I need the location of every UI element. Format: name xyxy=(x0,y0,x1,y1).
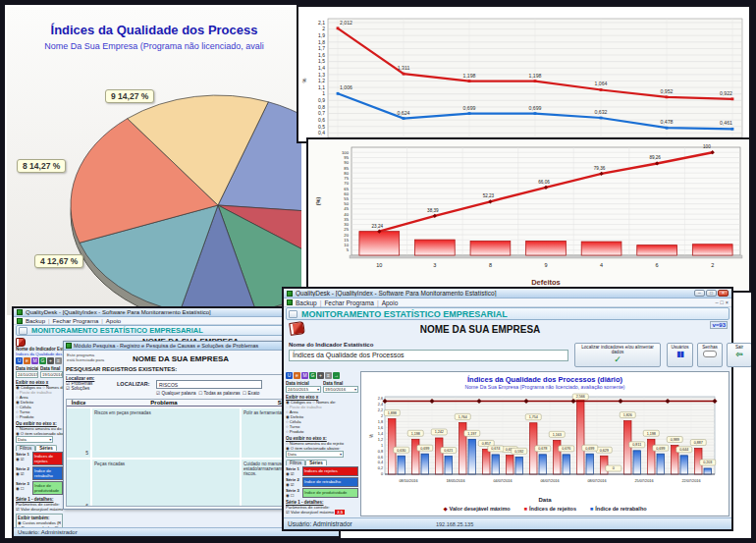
svg-text:0,678: 0,678 xyxy=(538,447,547,451)
toolbar-module-icon[interactable]: M xyxy=(301,372,308,379)
serie-row-1[interactable]: Série 1◉ ☑Índices de rejeitos xyxy=(16,452,63,465)
toolbar-module-icon[interactable]: M xyxy=(31,357,38,364)
version-badge: v=93 xyxy=(710,321,728,329)
serie-row-3[interactable]: Série 3◉ ☐Índice de produtividade xyxy=(286,488,358,498)
search-title: PESQUISAR REGISTROS EXISTENTES: xyxy=(66,366,177,374)
serie-row-3[interactable]: Série 3◉ ☐Índice de produtividade xyxy=(16,481,63,495)
toolbar-undo-icon[interactable]: U xyxy=(286,372,293,379)
toolbar-add-icon[interactable]: + xyxy=(317,372,324,379)
menu-item-0[interactable]: Backup xyxy=(296,299,317,306)
radio-item-abaixo[interactable]: ◉ O item selecionado abaixo: xyxy=(286,446,358,451)
legend-item-1: ■Índices de rejeitos xyxy=(524,506,576,512)
menu-item-2[interactable]: Apoio xyxy=(106,318,121,324)
toolbar-graph-icon[interactable]: G xyxy=(309,372,316,379)
daily-bar-chart: 0,20,40,60,811,21,41,61,822,22,42,60%1,8… xyxy=(365,392,727,496)
indicator-input[interactable]: Índices da Qualidade dos Processos xyxy=(289,350,568,361)
menu-separator: | xyxy=(48,318,50,324)
radio-item-abaixo[interactable]: ◉ O item selecionado abaixo: xyxy=(16,431,63,436)
band-button[interactable] xyxy=(289,310,297,318)
svg-text:0,621: 0,621 xyxy=(444,449,453,453)
localizar-input[interactable]: RISCOS xyxy=(156,380,262,389)
svg-text:3: 3 xyxy=(433,262,436,268)
item-dropdown[interactable]: Data▾ xyxy=(16,436,53,443)
toolbar-print-icon[interactable]: ≡ xyxy=(325,372,332,379)
serie-row-2[interactable]: Série 2◉ ☑Índice de retrabalho xyxy=(16,466,63,480)
svg-text:80: 80 xyxy=(344,171,349,176)
filtros-series-tabs[interactable]: FiltrosSéries xyxy=(286,460,358,465)
svg-text:0,203: 0,203 xyxy=(703,461,712,464)
svg-text:2: 2 xyxy=(381,414,383,418)
red-book-icon xyxy=(289,321,305,336)
data-inicial-dropdown[interactable]: 24/10/2015▾ xyxy=(286,386,321,393)
usuarios-button[interactable]: Usuários ▮▮ xyxy=(667,343,693,367)
svg-text:0,4: 0,4 xyxy=(378,461,383,464)
statusbar: Usuário: Administrador 192.168.25.135 xyxy=(284,517,731,529)
svg-text:0,629: 0,629 xyxy=(600,449,609,453)
toolbar-export-icon[interactable]: → xyxy=(333,372,340,379)
toolbar-add-icon[interactable]: + xyxy=(47,357,54,364)
valor-desejavel-checkbox[interactable]: ☑ Valor desejável máximo 2,5 xyxy=(16,507,63,512)
valor-desejavel-checkbox[interactable]: ☑ Valor desejável máximo 2,5 xyxy=(286,510,358,515)
serie-row-1[interactable]: Série 1◉ ☑Índices de rejeitos xyxy=(286,466,358,476)
toolbar-edit-icon[interactable]: e xyxy=(294,372,300,379)
data-final-dropdown[interactable]: 19/10/2016▾ xyxy=(40,371,63,378)
svg-text:0,857: 0,857 xyxy=(482,442,491,446)
data-inicial-dropdown[interactable]: 24/10/2015▾ xyxy=(16,371,38,378)
search-mode-checkboxes[interactable]: ☑ Qualquer palavra ☐ Todas as palavras ☐… xyxy=(156,391,259,396)
option-5[interactable]: ○ Produto xyxy=(16,414,63,419)
svg-text:0,8: 0,8 xyxy=(318,104,325,110)
svg-text:0,6: 0,6 xyxy=(378,456,383,460)
svg-text:79,36: 79,36 xyxy=(594,166,606,171)
minimize-button[interactable]: – xyxy=(694,290,705,297)
menu-item-0[interactable]: Backup xyxy=(26,318,45,324)
localizar-indicadores-button[interactable]: Localizar indicadores e/ou alimentar dad… xyxy=(574,343,661,367)
band-button[interactable] xyxy=(19,327,27,335)
exit-icon: ⇦ xyxy=(729,350,750,359)
senhas-button[interactable]: Senhas xyxy=(697,343,723,367)
license-note: Este programa está licenciado para xyxy=(67,353,104,362)
menu-item-1[interactable]: Fechar Programa xyxy=(53,318,99,324)
line-chart: 0,40,50,60,70,80,911,11,21,31,41,51,61,7… xyxy=(298,7,749,141)
titlebar[interactable]: QualityDesk - [QualityIndex - Software P… xyxy=(284,289,731,299)
svg-text:65: 65 xyxy=(344,187,349,191)
svg-text:1,6: 1,6 xyxy=(318,52,325,58)
sair-button[interactable]: Sair ⇦ xyxy=(727,343,751,367)
svg-text:1: 1 xyxy=(381,444,383,448)
svg-text:2,6: 2,6 xyxy=(378,397,383,401)
svg-text:0,5: 0,5 xyxy=(318,124,325,130)
svg-text:04/07/2016: 04/07/2016 xyxy=(493,479,512,483)
menu-icon xyxy=(287,299,293,305)
menu-item-1[interactable]: Fechar Programa xyxy=(324,299,374,306)
svg-text:10: 10 xyxy=(344,243,349,247)
menu-item-2[interactable]: Apoio xyxy=(382,299,399,306)
svg-text:18/05/2016: 18/05/2016 xyxy=(446,479,464,483)
option-5[interactable]: ○ Produto xyxy=(286,429,358,434)
svg-text:0,699: 0,699 xyxy=(656,447,665,451)
check-icon: ✓ xyxy=(576,354,659,364)
serie-row-2[interactable]: Série 2◉ ☑Índice de retrabalho xyxy=(286,477,358,487)
maximize-button[interactable]: □ xyxy=(706,290,717,297)
mdi-controls[interactable]: –□× xyxy=(715,299,729,305)
toolbar-print-icon[interactable]: ≡ xyxy=(55,357,62,364)
toolbar-edit-icon[interactable]: e xyxy=(24,357,30,364)
svg-text:1,198: 1,198 xyxy=(647,432,656,436)
toolbar-graph-icon[interactable]: G xyxy=(39,357,46,364)
data-final-dropdown[interactable]: 19/10/2016▾ xyxy=(323,386,358,393)
svg-text:0,699: 0,699 xyxy=(585,447,594,451)
status-user: Usuário: Administrador xyxy=(18,529,78,535)
pie-chart xyxy=(17,72,301,315)
filtros-series-tabs[interactable]: FiltrosSéries xyxy=(16,445,63,451)
pie-slice-label: 4 12,67 % xyxy=(34,254,83,268)
checkbox-solucoes[interactable]: ☑ Soluções xyxy=(66,386,94,391)
toolbar-undo-icon[interactable]: U xyxy=(16,357,23,364)
svg-text:100: 100 xyxy=(703,144,711,149)
window-title: QualityDesk - [QualityIndex - Software P… xyxy=(26,309,298,315)
svg-text:4: 4 xyxy=(600,262,603,268)
close-button[interactable]: × xyxy=(718,290,729,297)
svg-text:0,811: 0,811 xyxy=(632,443,641,447)
svg-text:9: 9 xyxy=(544,262,547,268)
item-dropdown[interactable]: Data▾ xyxy=(286,451,344,458)
window-quality-index: QualityDesk - [QualityIndex - Software P… xyxy=(282,287,733,531)
svg-text:0: 0 xyxy=(613,466,615,470)
sidebar: UeMG+≡→Data inicialData final24/10/2015▾… xyxy=(286,371,358,516)
